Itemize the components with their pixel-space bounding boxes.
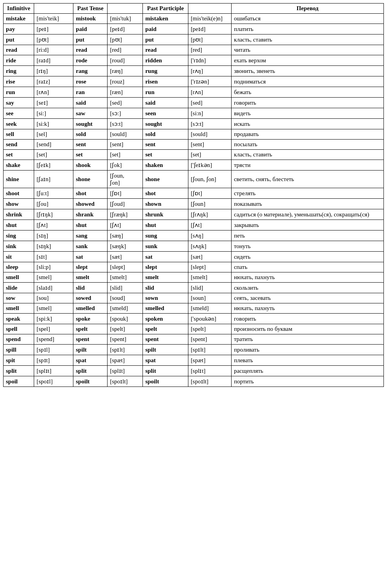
- cell-phonetic-7: [rʌn]: [188, 87, 231, 98]
- cell-phonetic-16: [ʃɒt]: [108, 188, 143, 199]
- cell-phonetic-12: [send]: [34, 140, 73, 150]
- cell-phonetic-7: [rʌn]: [34, 87, 73, 98]
- cell-phonetic-2: [pʊt]: [34, 34, 73, 45]
- irregular-verbs-table: Infinitive Past Tense Past Participle Пе…: [3, 3, 384, 387]
- cell-pp-13: set: [143, 150, 188, 160]
- table-row: shake[ʃeɪk]shook[ʃok]shaken['ʃeɪkən]тряс…: [4, 160, 384, 171]
- cell-pp-23: slept: [143, 262, 188, 272]
- cell-past-28: spoke: [73, 314, 108, 324]
- table-row: put[pʊt]put[pʊt]put[pʊt]класть, ставить: [4, 34, 384, 45]
- cell-phonetic-11: [sould]: [188, 129, 231, 140]
- cell-transl-7: бежать: [231, 87, 383, 98]
- table-row: split[splɪt]split[splɪt]split[splɪt]расщ…: [4, 366, 384, 376]
- cell-pp-28: spoken: [143, 314, 188, 324]
- cell-phonetic-16: [ʃɒt]: [188, 188, 231, 199]
- cell-inf-22: sit: [4, 252, 34, 262]
- cell-inf-20: sing: [4, 230, 34, 241]
- cell-pp-22: sat: [143, 252, 188, 262]
- cell-transl-3: читать: [231, 45, 383, 55]
- cell-transl-30: тратить: [231, 334, 383, 345]
- cell-past-9: saw: [73, 108, 108, 119]
- cell-pp-0: mistaken: [143, 14, 188, 24]
- cell-phonetic-20: [sɪŋ]: [34, 230, 73, 241]
- cell-pp-25: slid: [143, 283, 188, 293]
- cell-inf-28: speak: [4, 314, 34, 324]
- cell-past-17: showed: [73, 199, 108, 209]
- cell-transl-12: посылать: [231, 140, 383, 150]
- cell-inf-21: sink: [4, 241, 34, 252]
- cell-phonetic-9: [si:n]: [188, 108, 231, 119]
- cell-phonetic-5: [ræŋ]: [108, 66, 143, 76]
- cell-inf-24: smell: [4, 272, 34, 283]
- cell-phonetic-32: [spæt]: [108, 355, 143, 366]
- table-row: shrink[ʃrɪŋk]shrank[ʃræŋk]shrunk[ʃrʌŋk]с…: [4, 209, 384, 220]
- cell-inf-11: sell: [4, 129, 34, 140]
- cell-inf-10: seek: [4, 119, 34, 129]
- cell-phonetic-26: [soun]: [188, 293, 231, 303]
- cell-past-16: shot: [73, 188, 108, 199]
- cell-phonetic-23: [slept]: [188, 262, 231, 272]
- table-row: sing[sɪŋ]sang[sæŋ]sung[sʌŋ]петь: [4, 230, 384, 241]
- cell-transl-5: звонить, звенеть: [231, 66, 383, 76]
- table-row: sink[sɪŋk]sank[sæŋk]sunk[sʌŋk]тонуть: [4, 241, 384, 252]
- cell-phonetic-2: [pʊt]: [108, 34, 143, 45]
- table-row: seek[si:k]sought[sɔ:t]sought[sɔ:t]искать: [4, 119, 384, 129]
- cell-transl-9: видеть: [231, 108, 383, 119]
- cell-pp-7: run: [143, 87, 188, 98]
- cell-inf-15: shine: [4, 171, 34, 188]
- cell-phonetic-2: [pʊt]: [188, 34, 231, 45]
- cell-inf-26: sow: [4, 293, 34, 303]
- cell-pp-29: spelt: [143, 324, 188, 334]
- cell-past-6: rose: [73, 76, 108, 87]
- cell-phonetic-17: [ʃoun]: [188, 199, 231, 209]
- cell-pp-15: shone: [143, 171, 188, 188]
- cell-inf-0: mistake: [4, 14, 34, 24]
- cell-phonetic-18: [ʃrʌŋk]: [188, 209, 231, 220]
- cell-phonetic-6: [raɪz]: [34, 76, 73, 87]
- cell-pp-12: sent: [143, 140, 188, 150]
- cell-pp-26: sown: [143, 293, 188, 303]
- table-row: ride[raɪd]rode[roud]ridden['rɪdn]ехать в…: [4, 55, 384, 66]
- cell-transl-4: ехать верхом: [231, 55, 383, 66]
- cell-phonetic-7: [ræn]: [108, 87, 143, 98]
- cell-phonetic-31: [spɪlt]: [108, 345, 143, 355]
- cell-phonetic-19: [ʃʌt]: [34, 220, 73, 230]
- table-row: sow[sou]sowed[soud]sown[soun]сеять, засе…: [4, 293, 384, 303]
- cell-transl-27: нюхать, пахнуть: [231, 303, 383, 314]
- cell-phonetic-27: [smeld]: [108, 303, 143, 314]
- cell-inf-14: shake: [4, 160, 34, 171]
- table-row: run[rʌn]ran[ræn]run[rʌn]бежать: [4, 87, 384, 98]
- cell-inf-4: ride: [4, 55, 34, 66]
- cell-inf-31: spill: [4, 345, 34, 355]
- cell-transl-15: светить, снять, блестеть: [231, 171, 383, 188]
- cell-past-1: paid: [73, 24, 108, 34]
- cell-past-23: slept: [73, 262, 108, 272]
- cell-phonetic-20: [sʌŋ]: [188, 230, 231, 241]
- cell-phonetic-6: ['rɪzən]: [188, 76, 231, 87]
- table-row: shut[ʃʌt]shut[ʃʌt]shut[ʃʌt]закрывать: [4, 220, 384, 230]
- cell-phonetic-27: [smel]: [34, 303, 73, 314]
- cell-phonetic-31: [spɪl]: [34, 345, 73, 355]
- cell-pp-9: seen: [143, 108, 188, 119]
- cell-phonetic-1: [peɪd]: [108, 24, 143, 34]
- cell-pp-33: split: [143, 366, 188, 376]
- cell-phonetic-30: [spent]: [188, 334, 231, 345]
- cell-phonetic-22: [sæt]: [188, 252, 231, 262]
- cell-transl-22: сидеть: [231, 252, 383, 262]
- cell-past-24: smelt: [73, 272, 108, 283]
- cell-past-21: sank: [73, 241, 108, 252]
- table-row: rise[raɪz]rose[rouz]risen['rɪzən]поднима…: [4, 76, 384, 87]
- cell-inf-8: say: [4, 98, 34, 108]
- table-row: shoot[ʃu:t]shot[ʃɒt]shot[ʃɒt]стрелять: [4, 188, 384, 199]
- table-row: pay[peɪ]paid[peɪd]paid[peɪd]платить: [4, 24, 384, 34]
- cell-phonetic-15: [ʃaɪn]: [34, 171, 73, 188]
- cell-transl-17: показывать: [231, 199, 383, 209]
- cell-past-25: slid: [73, 283, 108, 293]
- cell-phonetic-26: [soud]: [108, 293, 143, 303]
- cell-phonetic-3: [red]: [188, 45, 231, 55]
- header-translation: Перевод: [231, 4, 383, 14]
- cell-inf-5: ring: [4, 66, 34, 76]
- table-row: sit[sɪt]sat[sæt]sat[sæt]сидеть: [4, 252, 384, 262]
- cell-phonetic-10: [sɔ:t]: [188, 119, 231, 129]
- table-row: sleep[sli:p]slept[slept]slept[slept]спат…: [4, 262, 384, 272]
